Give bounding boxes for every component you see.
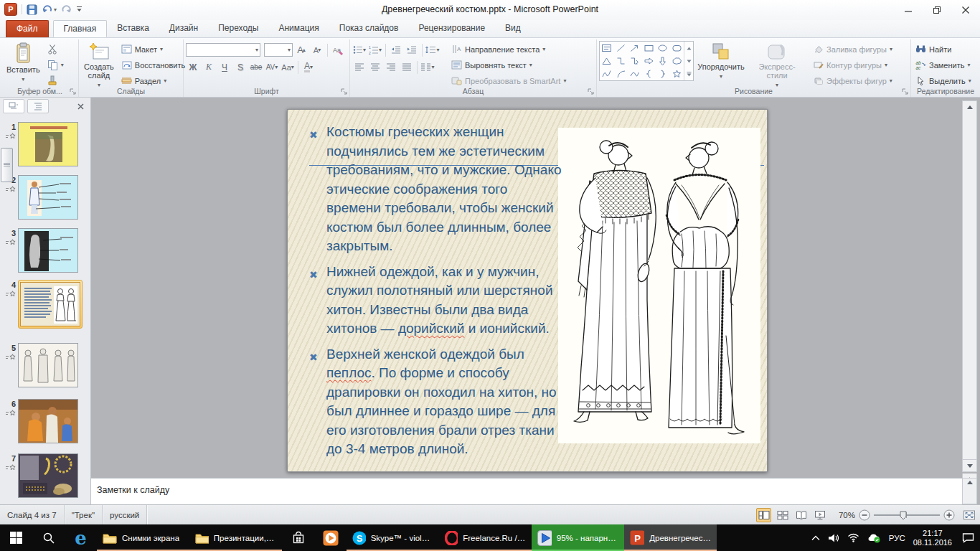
search-button[interactable] bbox=[32, 524, 65, 551]
shape-icon-elbow-connector[interactable] bbox=[616, 56, 626, 66]
slide-thumbnail-2[interactable]: 2 bbox=[1, 175, 78, 220]
columns-button[interactable]: ▾ bbox=[420, 60, 435, 74]
shape-icon-textbox[interactable] bbox=[601, 43, 612, 53]
quick-styles-button[interactable]: Экспресс-стили▾ bbox=[748, 41, 806, 91]
close-button[interactable] bbox=[951, 0, 980, 20]
shape-icon-cloud[interactable] bbox=[672, 56, 682, 66]
tab-home[interactable]: Главная bbox=[53, 20, 108, 37]
bullets-button[interactable]: ▾ bbox=[352, 43, 367, 57]
tab-animations[interactable]: Анимация bbox=[268, 20, 329, 37]
convert-smartart-button[interactable]: Преобразовать в SmartArt▾ bbox=[449, 74, 568, 88]
fit-to-window-button[interactable] bbox=[963, 509, 976, 521]
shapes-gallery-scrollbar[interactable] bbox=[684, 42, 693, 80]
tab-design[interactable]: Дизайн bbox=[159, 20, 208, 37]
clock[interactable]: 21:17 08.11.2016 bbox=[913, 529, 952, 547]
edge-browser-icon[interactable]: e bbox=[65, 524, 97, 551]
tab-insert[interactable]: Вставка bbox=[107, 20, 159, 37]
bullet-item[interactable]: ✖ Верхней женской одеждой был пеплос. По… bbox=[309, 345, 565, 459]
taskbar-media-player[interactable]: 95% - напарник ... bbox=[532, 524, 624, 551]
shape-icon-right-brace[interactable] bbox=[657, 69, 668, 79]
justify-button[interactable] bbox=[400, 60, 414, 74]
shape-icon-left-brace[interactable] bbox=[644, 69, 654, 79]
paste-button[interactable]: Вставить▾ bbox=[4, 41, 43, 85]
potplayer-icon[interactable] bbox=[314, 524, 347, 551]
slide-indicator[interactable]: Слайд 4 из 7 bbox=[0, 505, 65, 524]
shape-icon-star[interactable] bbox=[672, 69, 682, 79]
zoom-slider-thumb[interactable] bbox=[900, 511, 907, 520]
line-spacing-button[interactable]: ▾ bbox=[425, 43, 440, 57]
shape-icon-rectangle[interactable] bbox=[644, 43, 654, 53]
animation-star-icon[interactable] bbox=[5, 354, 16, 362]
underline-button[interactable]: Ч bbox=[217, 60, 232, 74]
undo-button[interactable]: ▾ bbox=[42, 4, 57, 14]
section-button[interactable]: Раздел▾ bbox=[119, 74, 187, 88]
animation-star-icon[interactable] bbox=[5, 133, 16, 141]
normal-view-button[interactable] bbox=[756, 508, 771, 522]
arrange-button[interactable]: Упорядочить▾ bbox=[696, 41, 746, 83]
slide-thumbnail-4-selected[interactable]: 4 bbox=[1, 280, 83, 329]
shape-icon-down-arrow[interactable] bbox=[657, 56, 668, 66]
font-size-combo[interactable]: ▾ bbox=[264, 43, 293, 57]
reading-view-button[interactable] bbox=[793, 508, 809, 522]
animation-star-icon[interactable] bbox=[5, 239, 16, 247]
undo-dropdown-icon[interactable]: ▾ bbox=[54, 6, 57, 13]
shape-fill-button[interactable]: Заливка фигуры▾ bbox=[811, 42, 895, 56]
vertical-scrollbar[interactable] bbox=[962, 100, 977, 472]
align-text-button[interactable]: Выровнять текст▾ bbox=[449, 58, 568, 72]
animation-star-icon[interactable] bbox=[5, 410, 16, 418]
slides-tab[interactable] bbox=[3, 99, 24, 113]
slide-image-greek-women[interactable] bbox=[558, 128, 760, 443]
slide-text-placeholder[interactable]: ✖ Костюмы греческих женщин подчинялись т… bbox=[309, 123, 565, 466]
scrollbar-thumb[interactable] bbox=[1, 148, 13, 182]
bullet-item[interactable]: ✖ Костюмы греческих женщин подчинялись т… bbox=[309, 123, 565, 256]
align-left-button[interactable] bbox=[352, 60, 367, 74]
copy-button[interactable]: ▾ bbox=[45, 58, 66, 72]
tab-transitions[interactable]: Переходы bbox=[208, 20, 268, 37]
align-right-button[interactable] bbox=[384, 60, 398, 74]
redo-button[interactable] bbox=[61, 4, 72, 14]
restore-button[interactable] bbox=[923, 0, 951, 20]
reset-button[interactable]: Восстановить bbox=[119, 58, 187, 72]
grow-font-button[interactable]: A▴ bbox=[294, 43, 308, 57]
slide-sorter-view-button[interactable] bbox=[775, 508, 790, 522]
text-direction-button[interactable]: AНаправление текста▾ bbox=[449, 42, 568, 56]
slide-thumbnail-7[interactable]: 7 bbox=[1, 453, 78, 498]
slide-thumbnail-3[interactable]: 3 bbox=[1, 228, 78, 273]
shape-icon-curve[interactable] bbox=[629, 69, 640, 79]
align-center-button[interactable] bbox=[368, 60, 382, 74]
action-center-icon[interactable] bbox=[962, 532, 974, 543]
animation-star-icon[interactable] bbox=[5, 464, 16, 472]
replace-button[interactable]: abacЗаменить▾ bbox=[913, 58, 974, 72]
scroll-up-icon[interactable] bbox=[963, 101, 976, 113]
select-button[interactable]: Выделить▾ bbox=[913, 74, 974, 88]
slide-thumbnail-1[interactable]: 1 bbox=[1, 122, 78, 166]
notes-pane[interactable]: Заметки к слайду bbox=[91, 478, 962, 504]
shape-effects-button[interactable]: Эффекты фигур▾ bbox=[811, 74, 895, 88]
drawing-dialog-launcher[interactable] bbox=[902, 88, 908, 95]
panel-close-icon[interactable] bbox=[73, 99, 88, 113]
taskbar-folder-prezentacii[interactable]: Презинтации, д... bbox=[189, 524, 282, 551]
slide-thumbnail-6[interactable]: 6 bbox=[1, 399, 78, 443]
zoom-level[interactable]: 70% bbox=[831, 511, 855, 519]
shape-icon-oval[interactable] bbox=[657, 43, 668, 53]
language-indicator[interactable]: русский bbox=[103, 505, 147, 524]
shape-icon-arrow[interactable] bbox=[629, 43, 640, 53]
tab-slideshow[interactable]: Показ слайдов bbox=[329, 20, 409, 37]
zoom-out-button[interactable] bbox=[859, 509, 870, 521]
change-case-button[interactable]: Аа▾ bbox=[281, 60, 295, 74]
shapes-gallery[interactable] bbox=[599, 41, 694, 81]
bullet-item[interactable]: ✖ Нижней одеждой, как и у мужчин, служил… bbox=[309, 263, 565, 339]
clear-formatting-button[interactable]: Aa bbox=[331, 43, 345, 57]
volume-icon[interactable] bbox=[828, 533, 839, 543]
shape-outline-button[interactable]: Контур фигуры▾ bbox=[811, 58, 895, 72]
zoom-slider[interactable] bbox=[874, 508, 940, 522]
language-indicator-tray[interactable]: РУС bbox=[889, 534, 905, 542]
numbering-button[interactable]: 12▾ bbox=[368, 43, 382, 57]
taskbar-powerpoint-active[interactable]: P Древнегреческ... bbox=[624, 524, 717, 551]
clipboard-dialog-launcher[interactable] bbox=[70, 88, 76, 95]
slideshow-view-button[interactable] bbox=[812, 508, 827, 522]
theme-indicator[interactable]: "Трек" bbox=[65, 505, 103, 524]
windows-store-icon[interactable] bbox=[282, 524, 314, 551]
shape-icon-elbow-arrow-connector[interactable] bbox=[629, 56, 640, 66]
wifi-icon[interactable] bbox=[847, 533, 859, 542]
